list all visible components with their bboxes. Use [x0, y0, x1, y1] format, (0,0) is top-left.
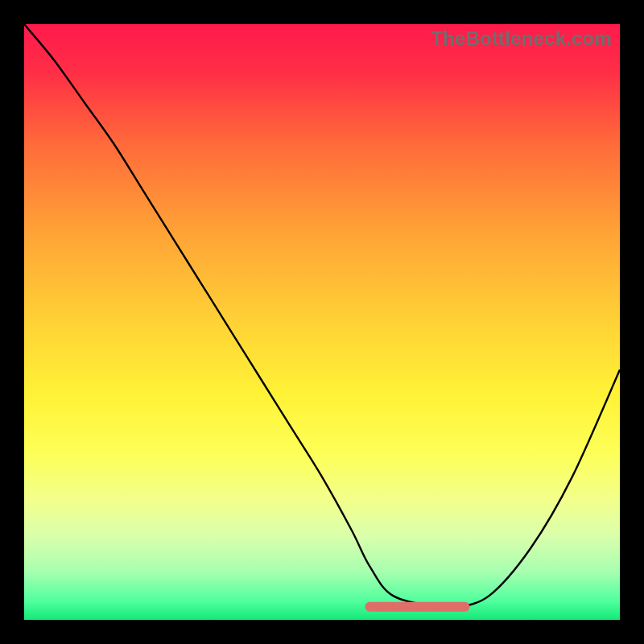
curve-line [24, 24, 620, 609]
watermark-text: TheBottleneck.com [431, 27, 612, 50]
chart-frame: TheBottleneck.com [0, 0, 644, 644]
plot-area: TheBottleneck.com [24, 24, 620, 620]
bottleneck-curve [24, 24, 620, 620]
